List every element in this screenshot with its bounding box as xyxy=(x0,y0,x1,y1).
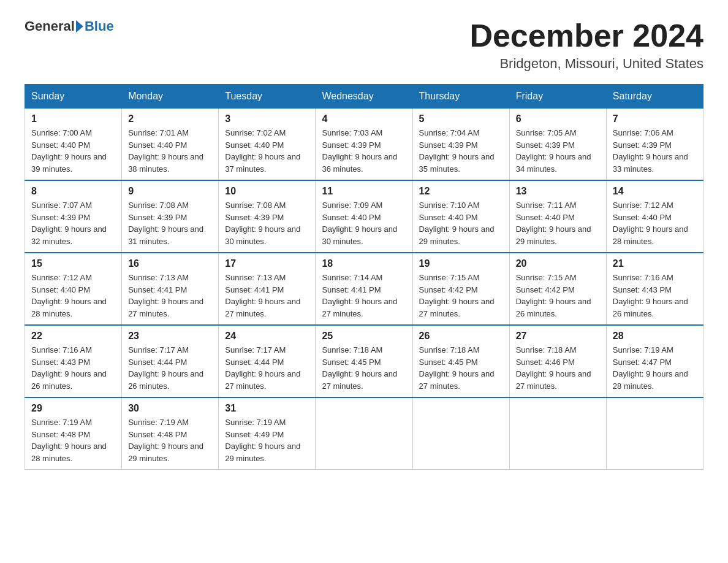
day-number: 28 xyxy=(613,331,697,342)
day-number: 3 xyxy=(225,113,309,124)
calendar-cell: 30Sunrise: 7:19 AMSunset: 4:48 PMDayligh… xyxy=(122,397,219,470)
header: General Blue December 2024 Bridgeton, Mi… xyxy=(25,18,703,72)
calendar-cell: 29Sunrise: 7:19 AMSunset: 4:48 PMDayligh… xyxy=(25,397,122,470)
calendar-cell: 25Sunrise: 7:18 AMSunset: 4:45 PMDayligh… xyxy=(316,325,412,397)
day-info: Sunrise: 7:16 AMSunset: 4:43 PMDaylight:… xyxy=(31,344,115,392)
day-info: Sunrise: 7:01 AMSunset: 4:40 PMDaylight:… xyxy=(128,127,212,175)
weekday-header-thursday: Thursday xyxy=(412,85,509,109)
day-number: 31 xyxy=(225,403,309,414)
calendar-cell: 9Sunrise: 7:08 AMSunset: 4:39 PMDaylight… xyxy=(122,180,219,253)
title-area: December 2024 Bridgeton, Missouri, Unite… xyxy=(469,18,703,72)
day-info: Sunrise: 7:19 AMSunset: 4:48 PMDaylight:… xyxy=(128,416,212,464)
day-info: Sunrise: 7:15 AMSunset: 4:42 PMDaylight:… xyxy=(516,272,600,320)
logo: General Blue xyxy=(25,18,114,34)
calendar-cell: 6Sunrise: 7:05 AMSunset: 4:39 PMDaylight… xyxy=(509,109,606,181)
calendar-cell: 26Sunrise: 7:18 AMSunset: 4:45 PMDayligh… xyxy=(412,325,509,397)
day-info: Sunrise: 7:07 AMSunset: 4:39 PMDaylight:… xyxy=(31,199,115,247)
day-number: 2 xyxy=(128,113,212,124)
calendar-cell: 21Sunrise: 7:16 AMSunset: 4:43 PMDayligh… xyxy=(606,253,703,325)
day-number: 19 xyxy=(419,258,503,269)
logo-blue-text: Blue xyxy=(85,18,114,34)
calendar-cell: 19Sunrise: 7:15 AMSunset: 4:42 PMDayligh… xyxy=(412,253,509,325)
day-info: Sunrise: 7:15 AMSunset: 4:42 PMDaylight:… xyxy=(419,272,503,320)
calendar-title: December 2024 xyxy=(469,18,703,53)
calendar-cell: 5Sunrise: 7:04 AMSunset: 4:39 PMDaylight… xyxy=(412,109,509,181)
calendar-cell xyxy=(509,397,606,470)
day-info: Sunrise: 7:02 AMSunset: 4:40 PMDaylight:… xyxy=(225,127,309,175)
day-number: 21 xyxy=(613,258,697,269)
day-number: 15 xyxy=(31,258,115,269)
day-number: 12 xyxy=(419,186,503,197)
day-info: Sunrise: 7:09 AMSunset: 4:40 PMDaylight:… xyxy=(322,199,406,247)
calendar-cell: 13Sunrise: 7:11 AMSunset: 4:40 PMDayligh… xyxy=(509,180,606,253)
day-number: 6 xyxy=(516,113,600,124)
weekday-header-sunday: Sunday xyxy=(25,85,122,109)
day-number: 26 xyxy=(419,331,503,342)
day-info: Sunrise: 7:12 AMSunset: 4:40 PMDaylight:… xyxy=(31,272,115,320)
day-number: 16 xyxy=(128,258,212,269)
logo-general-text: General xyxy=(25,18,75,34)
weekday-header-saturday: Saturday xyxy=(606,85,703,109)
calendar-cell: 1Sunrise: 7:00 AMSunset: 4:40 PMDaylight… xyxy=(25,109,122,181)
day-info: Sunrise: 7:11 AMSunset: 4:40 PMDaylight:… xyxy=(516,199,600,247)
day-info: Sunrise: 7:19 AMSunset: 4:48 PMDaylight:… xyxy=(31,416,115,464)
calendar-cell xyxy=(412,397,509,470)
week-row-4: 22Sunrise: 7:16 AMSunset: 4:43 PMDayligh… xyxy=(25,325,703,397)
weekday-header-tuesday: Tuesday xyxy=(219,85,316,109)
calendar-cell xyxy=(316,397,412,470)
day-info: Sunrise: 7:19 AMSunset: 4:49 PMDaylight:… xyxy=(225,416,309,464)
weekday-header-row: SundayMondayTuesdayWednesdayThursdayFrid… xyxy=(25,85,703,109)
calendar-cell: 23Sunrise: 7:17 AMSunset: 4:44 PMDayligh… xyxy=(122,325,219,397)
calendar-cell: 14Sunrise: 7:12 AMSunset: 4:40 PMDayligh… xyxy=(606,180,703,253)
day-number: 11 xyxy=(322,186,406,197)
day-number: 30 xyxy=(128,403,212,414)
day-number: 10 xyxy=(225,186,309,197)
day-number: 20 xyxy=(516,258,600,269)
calendar-cell: 24Sunrise: 7:17 AMSunset: 4:44 PMDayligh… xyxy=(219,325,316,397)
day-number: 17 xyxy=(225,258,309,269)
calendar-cell: 16Sunrise: 7:13 AMSunset: 4:41 PMDayligh… xyxy=(122,253,219,325)
week-row-2: 8Sunrise: 7:07 AMSunset: 4:39 PMDaylight… xyxy=(25,180,703,253)
calendar-cell: 11Sunrise: 7:09 AMSunset: 4:40 PMDayligh… xyxy=(316,180,412,253)
day-info: Sunrise: 7:08 AMSunset: 4:39 PMDaylight:… xyxy=(128,199,212,247)
day-info: Sunrise: 7:12 AMSunset: 4:40 PMDaylight:… xyxy=(613,199,697,247)
week-row-5: 29Sunrise: 7:19 AMSunset: 4:48 PMDayligh… xyxy=(25,397,703,470)
day-info: Sunrise: 7:14 AMSunset: 4:41 PMDaylight:… xyxy=(322,272,406,320)
calendar-cell: 17Sunrise: 7:13 AMSunset: 4:41 PMDayligh… xyxy=(219,253,316,325)
day-info: Sunrise: 7:13 AMSunset: 4:41 PMDaylight:… xyxy=(128,272,212,320)
day-number: 1 xyxy=(31,113,115,124)
day-number: 23 xyxy=(128,331,212,342)
day-info: Sunrise: 7:13 AMSunset: 4:41 PMDaylight:… xyxy=(225,272,309,320)
day-number: 22 xyxy=(31,331,115,342)
calendar-cell: 20Sunrise: 7:15 AMSunset: 4:42 PMDayligh… xyxy=(509,253,606,325)
logo-arrow-icon xyxy=(76,20,83,33)
weekday-header-friday: Friday xyxy=(509,85,606,109)
week-row-1: 1Sunrise: 7:00 AMSunset: 4:40 PMDaylight… xyxy=(25,109,703,181)
day-info: Sunrise: 7:08 AMSunset: 4:39 PMDaylight:… xyxy=(225,199,309,247)
calendar-cell: 15Sunrise: 7:12 AMSunset: 4:40 PMDayligh… xyxy=(25,253,122,325)
calendar-cell: 10Sunrise: 7:08 AMSunset: 4:39 PMDayligh… xyxy=(219,180,316,253)
day-info: Sunrise: 7:18 AMSunset: 4:46 PMDaylight:… xyxy=(516,344,600,392)
calendar-cell xyxy=(606,397,703,470)
day-number: 4 xyxy=(322,113,406,124)
day-info: Sunrise: 7:10 AMSunset: 4:40 PMDaylight:… xyxy=(419,199,503,247)
day-number: 13 xyxy=(516,186,600,197)
weekday-header-wednesday: Wednesday xyxy=(316,85,412,109)
day-number: 8 xyxy=(31,186,115,197)
day-number: 24 xyxy=(225,331,309,342)
calendar-cell: 4Sunrise: 7:03 AMSunset: 4:39 PMDaylight… xyxy=(316,109,412,181)
day-info: Sunrise: 7:16 AMSunset: 4:43 PMDaylight:… xyxy=(613,272,697,320)
calendar-cell: 18Sunrise: 7:14 AMSunset: 4:41 PMDayligh… xyxy=(316,253,412,325)
day-number: 14 xyxy=(613,186,697,197)
calendar-table: SundayMondayTuesdayWednesdayThursdayFrid… xyxy=(25,84,703,470)
calendar-cell: 27Sunrise: 7:18 AMSunset: 4:46 PMDayligh… xyxy=(509,325,606,397)
day-number: 9 xyxy=(128,186,212,197)
calendar-cell: 12Sunrise: 7:10 AMSunset: 4:40 PMDayligh… xyxy=(412,180,509,253)
day-number: 18 xyxy=(322,258,406,269)
weekday-header-monday: Monday xyxy=(122,85,219,109)
calendar-cell: 7Sunrise: 7:06 AMSunset: 4:39 PMDaylight… xyxy=(606,109,703,181)
day-info: Sunrise: 7:03 AMSunset: 4:39 PMDaylight:… xyxy=(322,127,406,175)
day-number: 25 xyxy=(322,331,406,342)
calendar-cell: 28Sunrise: 7:19 AMSunset: 4:47 PMDayligh… xyxy=(606,325,703,397)
calendar-cell: 31Sunrise: 7:19 AMSunset: 4:49 PMDayligh… xyxy=(219,397,316,470)
